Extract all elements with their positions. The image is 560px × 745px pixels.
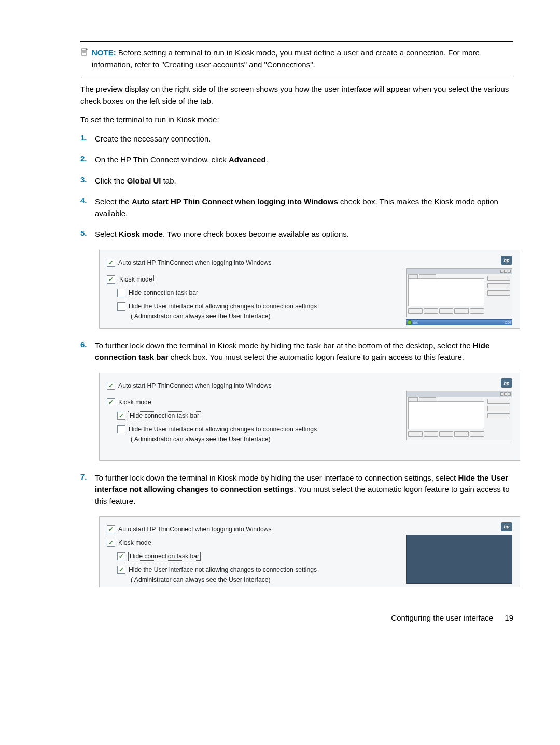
step-4: 4. Select the Auto start HP Thin Connect… xyxy=(80,196,513,219)
admin-note-text: ( Administrator can always see the User … xyxy=(107,576,401,583)
checkbox-hide-ui[interactable] xyxy=(117,425,125,433)
checkbox-kiosk-label: Kiosk mode xyxy=(118,275,153,284)
preview-pane: hp start 10:30 xyxy=(406,256,512,325)
checkbox-hide-ui-label: Hide the User interface not allowing cha… xyxy=(129,426,317,433)
step-3: 3. Click the Global UI tab. xyxy=(80,175,513,187)
step-body: Click the Global UI tab. xyxy=(95,175,513,187)
step-number: 4. xyxy=(80,196,95,205)
checkbox-hide-taskbar-label: Hide connection task bar xyxy=(129,552,200,560)
note-label: NOTE: xyxy=(92,48,116,57)
step-5: 5. Select Kiosk mode. Two more check box… xyxy=(80,229,513,241)
step-body: Select Kiosk mode. Two more check boxes … xyxy=(95,229,513,241)
preview-taskbar: start 10:30 xyxy=(406,319,512,325)
screenshot-1: Auto start HP ThinConnect when logging i… xyxy=(99,250,520,329)
checkbox-hide-taskbar[interactable] xyxy=(117,412,125,420)
screenshot-2: Auto start HP ThinConnect when logging i… xyxy=(99,373,520,461)
hp-logo-icon: hp xyxy=(501,256,512,265)
checkbox-hide-ui-label: Hide the User interface not allowing cha… xyxy=(129,566,317,573)
options-panel: Auto start HP ThinConnect when logging i… xyxy=(107,522,401,583)
step-body: Select the Auto start HP Thin Connect wh… xyxy=(95,196,513,219)
preview-pane: hp xyxy=(406,378,512,440)
steps-list-cont1: 6. To further lock down the terminal in … xyxy=(80,340,513,363)
checkbox-hide-ui[interactable] xyxy=(117,302,125,311)
admin-note-text: ( Administrator can always see the User … xyxy=(107,435,401,443)
hp-logo-icon: hp xyxy=(501,378,512,388)
step-1: 1. Create the necessary connection. xyxy=(80,133,513,145)
screenshot-3: Auto start HP ThinConnect when logging i… xyxy=(99,516,520,587)
steps-list: 1. Create the necessary connection. 2. O… xyxy=(80,133,513,241)
checkbox-kiosk-label: Kiosk mode xyxy=(118,399,151,406)
steps-list-cont2: 7. To further lock down the terminal in … xyxy=(80,472,513,508)
note-block: NOTE: Before setting a terminal to run i… xyxy=(80,47,513,71)
step-body: On the HP Thin Connect window, click Adv… xyxy=(95,154,513,166)
intro-paragraph-2: To set the terminal to run in Kiosk mode… xyxy=(80,114,513,126)
checkbox-autostart-label: Auto start HP ThinConnect when logging i… xyxy=(118,382,272,389)
step-number: 2. xyxy=(80,154,95,163)
footer-text: Configuring the user interface xyxy=(391,613,493,622)
checkbox-hide-taskbar-label: Hide connection task bar xyxy=(129,412,200,420)
step-body: To further lock down the terminal in Kio… xyxy=(95,472,513,508)
step-number: 6. xyxy=(80,340,95,349)
checkbox-hide-taskbar[interactable] xyxy=(117,289,125,297)
step-body: Create the necessary connection. xyxy=(95,133,513,145)
checkbox-kiosk[interactable] xyxy=(107,539,115,547)
checkbox-kiosk-label: Kiosk mode xyxy=(118,539,151,546)
hp-logo-icon: hp xyxy=(501,522,512,531)
step-number: 5. xyxy=(80,229,95,237)
options-panel: Auto start HP ThinConnect when logging i… xyxy=(107,378,401,443)
page-number: 19 xyxy=(505,613,513,622)
step-2: 2. On the HP Thin Connect window, click … xyxy=(80,154,513,166)
preview-pane: hp xyxy=(406,522,512,584)
top-rule xyxy=(80,41,513,42)
note-text: Before setting a terminal to run in Kios… xyxy=(92,48,480,69)
step-number: 1. xyxy=(80,133,95,142)
checkbox-kiosk[interactable] xyxy=(107,398,115,406)
options-panel: Auto start HP ThinConnect when logging i… xyxy=(107,256,401,320)
note-icon xyxy=(80,48,89,58)
checkbox-autostart[interactable] xyxy=(107,382,115,390)
preview-window xyxy=(406,268,512,317)
checkbox-autostart-label: Auto start HP ThinConnect when logging i… xyxy=(118,259,272,266)
checkbox-hide-taskbar-label: Hide connection task bar xyxy=(129,289,198,297)
step-number: 3. xyxy=(80,175,95,184)
step-7: 7. To further lock down the terminal in … xyxy=(80,472,513,508)
checkbox-kiosk[interactable] xyxy=(107,275,115,284)
checkbox-autostart[interactable] xyxy=(107,259,115,267)
step-6: 6. To further lock down the terminal in … xyxy=(80,340,513,363)
step-body: To further lock down the terminal in Kio… xyxy=(95,340,513,363)
preview-window xyxy=(406,391,512,440)
checkbox-hide-ui-label: Hide the User interface not allowing cha… xyxy=(129,303,317,310)
admin-note-text: ( Administrator can always see the User … xyxy=(107,313,401,320)
page-footer: Configuring the user interface 19 xyxy=(80,613,513,622)
checkbox-autostart-label: Auto start HP ThinConnect when logging i… xyxy=(118,526,272,533)
step-number: 7. xyxy=(80,472,95,481)
note-sep xyxy=(80,76,513,76)
preview-window-blank xyxy=(406,535,512,584)
checkbox-hide-taskbar[interactable] xyxy=(117,552,125,560)
intro-paragraph-1: The preview display on the right side of… xyxy=(80,83,513,107)
checkbox-hide-ui[interactable] xyxy=(117,566,125,574)
checkbox-autostart[interactable] xyxy=(107,525,115,533)
